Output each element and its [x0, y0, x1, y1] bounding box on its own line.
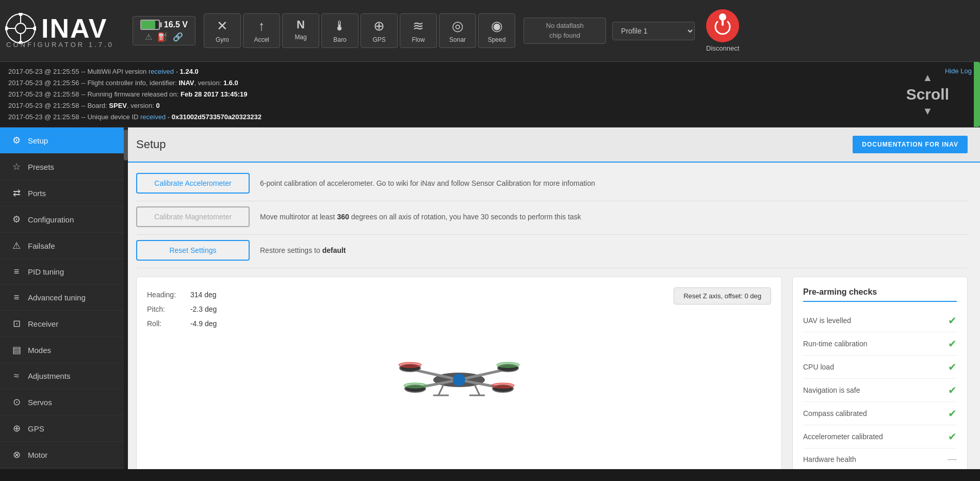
disconnect-button[interactable]: Disconnect	[706, 9, 739, 52]
sidebar-item-motor[interactable]: ⊗ Motor	[0, 442, 124, 468]
sidebar-item-presets[interactable]: ☆ Presets	[0, 154, 124, 180]
calibrate-accelerometer-desc: 6-point calibration of accelerometer. Go…	[260, 179, 968, 187]
sensor-accel[interactable]: ↑ Accel	[243, 13, 280, 48]
check-ok-compass: ✔	[948, 407, 957, 420]
check-navigation-safe: Navigation is safe ✔	[803, 379, 957, 402]
sensor-gyro[interactable]: ✕ Gyro	[204, 13, 241, 48]
svg-point-22	[497, 362, 519, 367]
logo-icon	[5, 13, 36, 44]
check-uav-levelled: UAV is levelled ✔	[803, 309, 957, 332]
svg-point-9	[33, 26, 36, 30]
calibrate-magnetometer-button[interactable]: Calibrate Magnetometer	[136, 206, 250, 227]
battery-tip	[160, 22, 162, 27]
speed-icon: ◉	[491, 18, 503, 34]
calibrate-magnetometer-desc: Move multirotor at least 360 degrees on …	[260, 213, 968, 221]
sidebar-scroll-thumb	[124, 130, 128, 161]
log-line-2: 2017-05-23 @ 21:25:56 -- Flight controll…	[8, 77, 972, 89]
gyro-icon: ✕	[217, 18, 228, 34]
svg-point-1	[15, 23, 26, 34]
divider-2	[136, 234, 968, 235]
check-label-cpu: CPU load	[803, 363, 834, 371]
prearming-title: Pre-arming checks	[803, 287, 957, 302]
check-ok-cpu: ✔	[948, 361, 957, 373]
configuration-icon: ⚙	[10, 214, 23, 225]
topbar: INAV CONFIGURATOR 1.7.0 16.5 V ⚠ ⛽ 🔗 ✕ G…	[0, 0, 980, 62]
svg-point-8	[5, 26, 8, 30]
log-area: 2017-05-23 @ 21:25:55 -- MultiWii API ve…	[0, 62, 980, 127]
profile-area: Profile 1 Profile 2 Profile 3	[612, 22, 695, 40]
sidebar-wrapper: ⚙ Setup ☆ Presets ⇄ Ports ⚙ Configuratio…	[0, 127, 124, 469]
scroll-down-icon[interactable]: ▼	[922, 105, 933, 117]
check-ok-accel: ✔	[948, 430, 957, 443]
calibrate-accelerometer-button[interactable]: Calibrate Accelerometer	[136, 173, 250, 194]
sidebar-label-failsafe: Failsafe	[28, 242, 55, 250]
scroll-up-icon[interactable]: ▲	[922, 72, 933, 84]
sidebar-label-modes: Modes	[28, 346, 51, 355]
motor-icon: ⊗	[10, 449, 23, 460]
sidebar-item-servos[interactable]: ⊙ Servos	[0, 389, 124, 415]
calibrate-accelerometer-row: Calibrate Accelerometer 6-point calibrat…	[136, 173, 968, 194]
roll-row: Roll: -4.9 deg	[147, 316, 771, 331]
sidebar-item-advanced-tuning[interactable]: ≡ Advanced tuning	[0, 285, 124, 311]
check-compass-calibrated: Compass calibrated ✔	[803, 402, 957, 425]
bold-360: 360	[337, 213, 349, 221]
servos-icon: ⊙	[10, 396, 23, 408]
sidebar-item-ports[interactable]: ⇄ Ports	[0, 180, 124, 206]
sidebar-item-configuration[interactable]: ⚙ Configuration	[0, 206, 124, 233]
bold-default: default	[322, 246, 346, 254]
sidebar-item-failsafe[interactable]: ⚠ Failsafe	[0, 233, 124, 259]
check-label-hardware: Hardware health	[803, 455, 856, 463]
battery-icon	[140, 20, 160, 30]
sidebar-label-ports: Ports	[28, 189, 46, 198]
gps-label: GPS	[372, 36, 385, 43]
battery-icons-row: ⚠ ⛽ 🔗	[145, 32, 183, 42]
sensor-speed[interactable]: ◉ Speed	[478, 13, 515, 48]
scroll-label: Scroll	[906, 86, 949, 103]
sidebar-item-pid-tuning[interactable]: ≡ PID tuning	[0, 259, 124, 285]
sidebar-scrollbar[interactable]	[124, 127, 128, 469]
reset-z-axis-button[interactable]: Reset Z axis, offset: 0 deg	[674, 287, 771, 304]
pitch-label: Pitch:	[147, 302, 188, 316]
sidebar-item-setup[interactable]: ⚙ Setup	[0, 127, 124, 154]
log-line-1: 2017-05-23 @ 21:25:55 -- MultiWii API ve…	[8, 66, 972, 77]
sidebar-item-gps[interactable]: ⊕ GPS	[0, 415, 124, 442]
content-area: Setup DOCUMENTATION FOR INAV Calibrate A…	[124, 127, 980, 469]
reset-settings-button[interactable]: Reset Settings	[136, 240, 250, 261]
sidebar-item-modes[interactable]: ▤ Modes	[0, 337, 124, 363]
sensor-gps[interactable]: ⊕ GPS	[361, 13, 398, 48]
svg-point-24	[492, 383, 514, 388]
pitch-value: -2.3 deg	[190, 302, 232, 316]
check-hardware-health: Hardware health —	[803, 448, 957, 469]
page-title: Setup	[136, 138, 166, 151]
sidebar-item-adjustments[interactable]: ≈ Adjustments	[0, 363, 124, 389]
svg-point-21	[399, 362, 421, 367]
sidebar-label-receiver: Receiver	[28, 319, 58, 328]
bottom-section: Heading: 314 deg Pitch: -2.3 deg Roll: -…	[136, 277, 968, 469]
divider-3	[136, 268, 968, 268]
sidebar-gps-icon: ⊕	[10, 423, 23, 434]
accel-label: Accel	[254, 36, 269, 43]
content-body: Calibrate Accelerometer 6-point calibrat…	[124, 163, 980, 469]
sidebar-label-motor: Motor	[28, 451, 47, 459]
sensor-baro[interactable]: 🌡 Baro	[321, 13, 358, 48]
main-layout: ⚙ Setup ☆ Presets ⇄ Ports ⚙ Configuratio…	[0, 127, 980, 469]
sidebar-label-pid: PID tuning	[28, 267, 64, 276]
documentation-button[interactable]: DOCUMENTATION FOR INAV	[853, 136, 968, 153]
pid-icon: ≡	[10, 266, 23, 277]
profile-select[interactable]: Profile 1 Profile 2 Profile 3	[612, 22, 695, 40]
dataflash-text: No dataflashchip found	[546, 21, 584, 40]
sidebar-label-advanced: Advanced tuning	[28, 293, 86, 302]
sensor-mag[interactable]: N Mag	[282, 13, 319, 48]
sidebar: ⚙ Setup ☆ Presets ⇄ Ports ⚙ Configuratio…	[0, 127, 124, 469]
check-label-accel: Accelerometer calibrated	[803, 432, 883, 441]
log-line-5: 2017-05-23 @ 21:25:58 -- Unique device I…	[8, 111, 972, 123]
check-ok-nav: ✔	[948, 384, 957, 396]
sensor-flow[interactable]: ≋ Flow	[400, 13, 437, 48]
disconnect-icon	[706, 9, 739, 42]
sensor-sonar[interactable]: ◎ Sonar	[439, 13, 476, 48]
sonar-label: Sonar	[449, 36, 466, 43]
link-icon: 🔗	[173, 32, 183, 42]
log-line-4: 2017-05-23 @ 21:25:58 -- Board: SPEV, ve…	[8, 100, 972, 111]
check-ok-uav-levelled: ✔	[948, 314, 957, 327]
sidebar-item-receiver[interactable]: ⊡ Receiver	[0, 311, 124, 337]
